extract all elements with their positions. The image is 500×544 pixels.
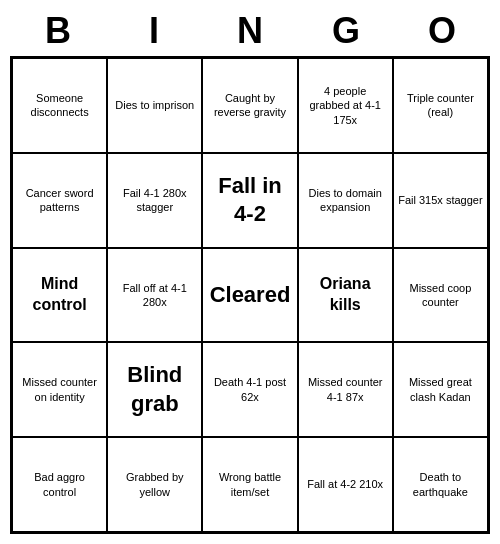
cell-text-13: Oriana kills [303,274,388,316]
bingo-title: B I N G O [10,10,490,52]
letter-o: O [398,10,486,52]
cell-10: Mind control [12,248,107,343]
cell-text-18: Missed counter 4-1 87x [303,375,388,404]
cell-text-19: Missed great clash Kadan [398,375,483,404]
cell-20: Bad aggro control [12,437,107,532]
cell-text-2: Caught by reverse gravity [207,91,292,120]
cell-7: Fall in 4-2 [202,153,297,248]
cell-text-10: Mind control [17,274,102,316]
cell-2: Caught by reverse gravity [202,58,297,153]
cell-text-22: Wrong battle item/set [207,470,292,499]
cell-text-17: Death 4-1 post 62x [207,375,292,404]
cell-text-9: Fail 315x stagger [398,193,482,207]
cell-text-24: Death to earthquake [398,470,483,499]
cell-5: Cancer sword patterns [12,153,107,248]
cell-21: Grabbed by yellow [107,437,202,532]
cell-15: Missed counter on identity [12,342,107,437]
cell-13: Oriana kills [298,248,393,343]
letter-b: B [14,10,102,52]
cell-22: Wrong battle item/set [202,437,297,532]
cell-14: Missed coop counter [393,248,488,343]
cell-4: Triple counter (real) [393,58,488,153]
cell-text-8: Dies to domain expansion [303,186,388,215]
letter-g: G [302,10,390,52]
cell-24: Death to earthquake [393,437,488,532]
cell-text-7: Fall in 4-2 [207,172,292,229]
cell-12: Cleared [202,248,297,343]
cell-6: Fail 4-1 280x stagger [107,153,202,248]
letter-n: N [206,10,294,52]
cell-text-4: Triple counter (real) [398,91,483,120]
cell-18: Missed counter 4-1 87x [298,342,393,437]
cell-text-5: Cancer sword patterns [17,186,102,215]
cell-9: Fail 315x stagger [393,153,488,248]
cell-text-0: Someone disconnects [17,91,102,120]
cell-text-1: Dies to imprison [115,98,194,112]
letter-i: I [110,10,198,52]
cell-text-15: Missed counter on identity [17,375,102,404]
cell-11: Fall off at 4-1 280x [107,248,202,343]
cell-19: Missed great clash Kadan [393,342,488,437]
cell-0: Someone disconnects [12,58,107,153]
cell-text-16: Blind grab [112,361,197,418]
cell-3: 4 people grabbed at 4-1 175x [298,58,393,153]
cell-23: Fall at 4-2 210x [298,437,393,532]
cell-1: Dies to imprison [107,58,202,153]
cell-text-6: Fail 4-1 280x stagger [112,186,197,215]
cell-16: Blind grab [107,342,202,437]
cell-8: Dies to domain expansion [298,153,393,248]
cell-text-23: Fall at 4-2 210x [307,477,383,491]
cell-text-21: Grabbed by yellow [112,470,197,499]
cell-text-20: Bad aggro control [17,470,102,499]
cell-text-14: Missed coop counter [398,281,483,310]
cell-17: Death 4-1 post 62x [202,342,297,437]
cell-text-3: 4 people grabbed at 4-1 175x [303,84,388,127]
cell-text-11: Fall off at 4-1 280x [112,281,197,310]
cell-text-12: Cleared [210,281,291,310]
bingo-grid: Someone disconnectsDies to imprisonCaugh… [10,56,490,534]
